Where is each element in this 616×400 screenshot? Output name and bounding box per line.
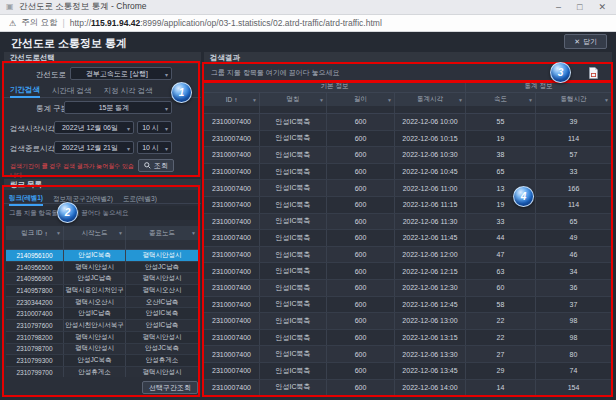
- cell: 34: [536, 263, 612, 279]
- results-panel-title: 검색결과: [204, 52, 612, 64]
- table-row[interactable]: 2310799700안성휴게소평택시안성시: [6, 367, 199, 377]
- window-title: 간선도로 소통정보 통계 - Chrome: [19, 1, 147, 13]
- page-url[interactable]: http://115.91.94.42:8999/application/op/…: [70, 18, 382, 28]
- cell: 49: [536, 230, 612, 246]
- cell: 평택시안성시: [126, 273, 199, 284]
- table-row[interactable]: 2140956500평택시안성시안성JC남측: [6, 262, 199, 274]
- start-hour-select[interactable]: 10 시 ▾: [137, 121, 172, 134]
- maximize-icon[interactable]: □: [577, 0, 582, 15]
- results-filter-row[interactable]: [204, 106, 612, 114]
- cell: 안성IC남측: [126, 320, 199, 331]
- select-section-button[interactable]: 선택구간조회: [142, 381, 198, 394]
- table-row[interactable]: 2310007400안성IC북측6002022-12-06 14:0014154: [204, 380, 612, 397]
- stat-type-value: 15분 통계: [99, 103, 130, 113]
- table-row[interactable]: 2310007400안성IC북측6002022-12-06 12:455837: [204, 297, 612, 314]
- table-row[interactable]: 2140957800평택시용인시처인구평택시오산시: [6, 285, 199, 297]
- table-row[interactable]: 2310007400안성IC북측6002022-12-06 11:0013166: [204, 180, 612, 197]
- tab-period-search[interactable]: 기간검색: [10, 84, 40, 98]
- cell: 2310007400: [204, 164, 260, 180]
- close-window-icon[interactable]: ✕: [598, 0, 606, 15]
- start-date-select[interactable]: 2022년 12월 06일 ▾: [54, 121, 134, 134]
- table-row[interactable]: 2310007400안성IC북측6002022-12-06 11:1519114: [204, 197, 612, 214]
- app-close-button[interactable]: ✕ 닫기: [564, 34, 607, 49]
- road-select[interactable]: 경부고속도로 [상행] ▾: [70, 67, 172, 80]
- link-table-filter-row[interactable]: [6, 240, 199, 250]
- filter-funnel-icon[interactable]: ▼: [191, 230, 196, 236]
- end-date-select[interactable]: 2022년 12월 21일 ▾: [54, 141, 134, 154]
- tab-link-level1[interactable]: 링크(레벨1): [9, 192, 43, 206]
- address-bar[interactable]: ⚠ 주의 요함 | http://115.91.94.42:8999/appli…: [0, 15, 616, 32]
- filter-funnel-icon[interactable]: ▼: [56, 230, 61, 236]
- tab-timeband-search[interactable]: 시간대 검색: [52, 84, 92, 98]
- stat-time-column-header[interactable]: 통계시각 ▼: [395, 93, 466, 106]
- speed-column-header[interactable]: 속도 ▼: [466, 93, 536, 106]
- filter-funnel-icon[interactable]: ▼: [604, 97, 609, 103]
- table-row[interactable]: 2310798200평택시안성시평택시안성시: [6, 332, 199, 344]
- minimize-icon[interactable]: –: [556, 0, 561, 15]
- link-group-drop-zone[interactable]: 그룹 지을 항목을 여기에 끌어다 놓으세요: [4, 206, 201, 220]
- table-row[interactable]: 2310007400안성IC북측6002022-12-06 10:303857: [204, 147, 612, 164]
- table-row[interactable]: 2140956100안성IC북측평택시안성시: [6, 250, 199, 262]
- table-row[interactable]: 2310007400안성IC북측6002022-12-06 13:002298: [204, 313, 612, 330]
- cell: 600: [327, 346, 395, 362]
- annotation-badge-3: 3: [550, 62, 571, 83]
- cell: 평택시안성시: [64, 332, 126, 343]
- cell: 2140957800: [6, 285, 64, 296]
- sort-asc-icon[interactable]: ↑: [234, 96, 237, 103]
- table-row[interactable]: 2310007400안성IC북측6002022-12-06 12:306036: [204, 280, 612, 297]
- name-column-header[interactable]: 명칭 ▼: [260, 93, 327, 106]
- cell: 2310007400: [204, 297, 260, 313]
- filter-funnel-icon[interactable]: ▼: [387, 97, 392, 103]
- table-row[interactable]: 2310007400안성IC북측6002022-12-06 11:303365: [204, 214, 612, 231]
- table-row[interactable]: 2310007400안성IC북측6002022-12-06 11:454449: [204, 230, 612, 247]
- start-node-column-header[interactable]: 시작노드 ▼: [64, 226, 126, 240]
- table-row[interactable]: 2230344200평택시오산시오산IC남측: [6, 297, 199, 309]
- chevron-down-icon: ▾: [165, 125, 168, 132]
- table-row[interactable]: 2140956900안성JC남측평택시안성시: [6, 273, 199, 285]
- cell: 2310007400: [204, 131, 260, 147]
- search-icon: [144, 162, 151, 169]
- table-row[interactable]: 2310007400안성IC북측6002022-12-06 10:1519114: [204, 131, 612, 148]
- table-row[interactable]: 2310007400안성IC북측6002022-12-06 10:456533: [204, 164, 612, 181]
- filter-funnel-icon[interactable]: ▼: [528, 97, 533, 103]
- cell: 74: [536, 363, 612, 379]
- table-row[interactable]: 2310007400안성IC북측6002022-12-06 12:004746: [204, 247, 612, 264]
- filter-funnel-icon[interactable]: ▼: [118, 230, 123, 236]
- security-warning-icon[interactable]: ⚠: [9, 19, 16, 28]
- table-row[interactable]: 2310007400안성IC북측6002022-12-06 10:005539: [204, 114, 612, 131]
- end-node-column-header[interactable]: 종료노드 ▼: [126, 226, 199, 240]
- tab-specified-time-search[interactable]: 지정 시각 검색: [104, 84, 153, 98]
- filter-funnel-icon[interactable]: ▼: [319, 97, 324, 103]
- search-button[interactable]: 조회: [138, 159, 174, 172]
- length-column-header[interactable]: 길이 ▼: [327, 93, 395, 106]
- filter-funnel-icon[interactable]: ▼: [458, 97, 463, 103]
- link-id-column-header[interactable]: 링크 ID ↑ ▼: [6, 226, 64, 240]
- cell: 600: [327, 214, 395, 230]
- cell: 46: [536, 247, 612, 263]
- table-row[interactable]: 2310799300안성JC북측안성휴게소: [6, 355, 199, 367]
- page-title: 간선도로 소통정보 통계: [11, 36, 127, 51]
- security-warning-label[interactable]: 주의 요함: [21, 17, 57, 29]
- cell: 2310007400: [204, 180, 260, 196]
- table-row[interactable]: 2310798700평택시안성시안성JC북측: [6, 344, 199, 356]
- table-row[interactable]: 2310007400안성IC북측6002022-12-06 13:302780: [204, 346, 612, 363]
- cell: 65: [536, 214, 612, 230]
- table-row[interactable]: 2310007400안성IC북측6002022-12-06 12:156334: [204, 263, 612, 280]
- sort-asc-icon[interactable]: ↑: [45, 230, 48, 237]
- end-hour-select[interactable]: 10 시 ▾: [137, 141, 172, 154]
- table-row[interactable]: 2310797600안성시천안시서북구안성IC남측: [6, 320, 199, 332]
- cell: 600: [327, 380, 395, 396]
- cell: 39: [536, 114, 612, 130]
- table-row[interactable]: 2310007400안성IC북측6002022-12-06 13:452974: [204, 363, 612, 380]
- tab-road-level3[interactable]: 도로(레벨3): [123, 192, 157, 206]
- table-row[interactable]: 2310007400안성IC남측안성IC북측: [6, 308, 199, 320]
- filter-funnel-icon[interactable]: ▼: [252, 97, 257, 103]
- cell: 안성JC북측: [126, 344, 199, 355]
- stat-type-select[interactable]: 15분 통계 ▾: [64, 101, 172, 114]
- travel-time-column-header[interactable]: 통행시간 ▼: [536, 93, 612, 106]
- id-column-header[interactable]: ID ↑ ▼: [204, 93, 260, 106]
- column-label: 통계시각: [417, 95, 443, 104]
- export-file-icon[interactable]: [588, 67, 599, 79]
- tab-favicon-icon: ▣: [6, 3, 14, 11]
- table-row[interactable]: 2310007400안성IC북측6002022-12-06 13:152298: [204, 330, 612, 347]
